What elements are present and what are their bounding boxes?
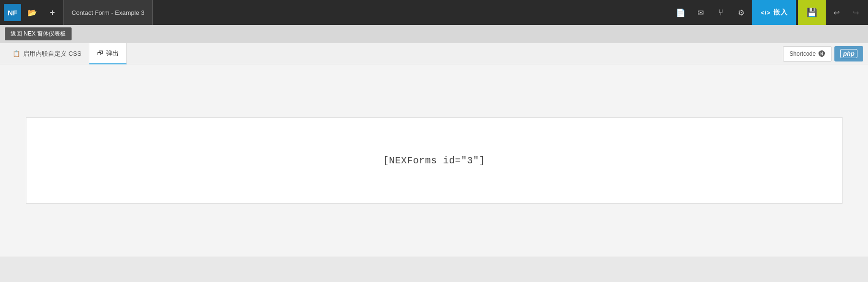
- toolbar: NF 📂 + Contact Form - Example 3 📄 ✉ ⑂ ⚙ …: [0, 0, 868, 25]
- fork-button[interactable]: ⑂: [712, 3, 730, 22]
- folder-button[interactable]: 📂: [23, 3, 41, 22]
- fork-icon: ⑂: [718, 8, 723, 18]
- mail-icon: ✉: [697, 8, 704, 17]
- css-tab-label: 启用内联自定义 CSS: [23, 49, 81, 58]
- logo-text: NF: [8, 9, 17, 17]
- wp-icon: 🅦: [819, 50, 825, 58]
- current-form-tab[interactable]: Contact Form - Example 3: [63, 0, 153, 25]
- shortcode-button[interactable]: Shortcode 🅦: [783, 46, 831, 61]
- app-logo[interactable]: NF: [4, 4, 21, 21]
- back-label: 返回 NEX 窗体仪表板: [11, 30, 66, 37]
- settings-button[interactable]: ⚙: [732, 3, 750, 22]
- main-content: [NEXForms id="3"]: [0, 64, 868, 257]
- embed-label: 嵌入: [773, 8, 787, 17]
- gear-icon: ⚙: [738, 8, 745, 17]
- new-icon: +: [50, 8, 55, 18]
- php-button[interactable]: php: [834, 46, 863, 61]
- folder-icon: 📂: [27, 8, 37, 17]
- embed-code-icon: </>: [761, 9, 770, 16]
- tabbar: 📋 启用内联自定义 CSS 🗗 弹出 Shortcode 🅦 php: [0, 43, 868, 64]
- new-button[interactable]: +: [43, 3, 61, 22]
- shortcode-value: [NEXForms id="3"]: [383, 155, 485, 166]
- redo-icon: ↪: [853, 8, 859, 17]
- php-label: php: [840, 49, 857, 58]
- embed-button[interactable]: </> 嵌入: [752, 0, 796, 25]
- popup-tab-label: 弹出: [106, 49, 119, 58]
- redo-button[interactable]: ↪: [847, 4, 864, 21]
- back-to-dashboard-button[interactable]: 返回 NEX 窗体仪表板: [5, 27, 72, 40]
- tab-css[interactable]: 📋 启用内联自定义 CSS: [5, 43, 89, 64]
- shortcode-label: Shortcode: [789, 50, 816, 57]
- undo-button[interactable]: ↩: [828, 4, 845, 21]
- popup-tab-icon: 🗗: [97, 49, 103, 57]
- save-button[interactable]: 💾: [798, 0, 826, 25]
- subbar: 返回 NEX 窗体仪表板: [0, 25, 868, 43]
- mail-button[interactable]: ✉: [692, 3, 710, 22]
- save-icon: 💾: [807, 7, 817, 18]
- css-tab-icon: 📋: [12, 50, 20, 57]
- doc-button[interactable]: 📄: [672, 3, 690, 22]
- current-form-label: Contact Form - Example 3: [72, 9, 145, 16]
- tab-popup[interactable]: 🗗 弹出: [89, 43, 127, 64]
- doc-icon: 📄: [676, 8, 685, 17]
- undo-icon: ↩: [833, 8, 840, 17]
- shortcode-panel: [NEXForms id="3"]: [26, 117, 843, 204]
